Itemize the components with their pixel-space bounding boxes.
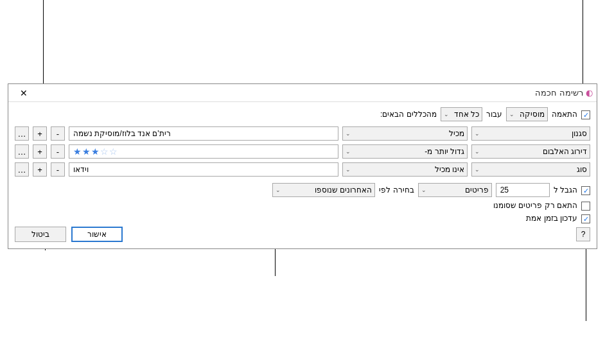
more-rule-button[interactable]: … [15, 126, 29, 141]
chevron-down-icon: ⌄ [346, 166, 351, 173]
limit-label: הגבל ל [554, 186, 577, 195]
help-icon: ? [581, 230, 586, 239]
match-checkbox[interactable] [581, 110, 590, 119]
remove-rule-button[interactable]: - [51, 126, 65, 141]
selected-by-label: בחירה לפי [379, 186, 414, 195]
chevron-down-icon: ⌄ [475, 166, 480, 173]
match-mode-select[interactable]: כל אחד ⌄ [441, 107, 482, 121]
match-label: התאמה [552, 110, 577, 119]
chevron-down-icon: ⌄ [509, 111, 514, 117]
chevron-down-icon: ⌄ [475, 130, 480, 137]
rule-operator-select[interactable]: מכיל⌄ [342, 126, 468, 141]
chevron-down-icon: ⌄ [346, 148, 351, 155]
rule-field-select[interactable]: סוג⌄ [471, 162, 590, 177]
for-label: עבור [486, 110, 502, 119]
source-select-value: מוסיקה [520, 110, 545, 119]
rule-operator-select[interactable]: גדול יותר מ-⌄ [342, 144, 468, 159]
rule-row: סגנון⌄מכיל⌄רית'ם אנד בלוז/מוסיקת נשמה-+… [15, 126, 590, 141]
selected-by-value: האחרונים שנוספו [315, 186, 372, 195]
limit-checkbox[interactable] [581, 186, 590, 195]
titlebar: ◐ רשימה חכמה ✕ [8, 84, 597, 102]
ok-button-label: אישור [87, 230, 107, 239]
rule-row: דירוג האלבום⌄גדול יותר מ-⌄★★★☆☆-+… [15, 144, 590, 159]
rule-field-value: דירוג האלבום [543, 147, 587, 156]
match-checked-only-label: התאם רק פריטים שסומנו [493, 201, 577, 210]
remove-rule-button[interactable]: - [51, 144, 65, 159]
add-rule-button[interactable]: + [33, 144, 47, 159]
cancel-button-label: ביטול [31, 230, 49, 239]
callout-line [586, 238, 586, 321]
match-mode-value: כל אחד [454, 110, 479, 119]
remove-rule-button[interactable]: - [51, 162, 65, 177]
rule-operator-value: גדול יותר מ- [425, 147, 464, 156]
add-rule-button[interactable]: + [33, 126, 47, 141]
bottom-bar: ? אישור ביטול [15, 227, 590, 242]
live-update-checkbox[interactable] [581, 214, 590, 223]
limit-row: הגבל ל 25 פריטים ⌄ בחירה לפי האחרונים שנ… [15, 183, 590, 197]
rule-value-stars[interactable]: ★★★☆☆ [69, 144, 338, 159]
rule-value-input[interactable]: רית'ם אנד בלוז/מוסיקת נשמה [69, 126, 338, 141]
cancel-button[interactable]: ביטול [15, 227, 66, 242]
rules-list: סגנון⌄מכיל⌄רית'ם אנד בלוז/מוסיקת נשמה-+…… [15, 126, 590, 177]
help-button[interactable]: ? [576, 227, 590, 241]
limit-count-input[interactable]: 25 [496, 183, 550, 197]
playlist-icon: ◐ [586, 88, 593, 98]
limit-unit-value: פריטים [465, 186, 489, 195]
more-rule-button[interactable]: … [15, 162, 29, 177]
smart-playlist-dialog: ◐ רשימה חכמה ✕ התאמה מוסיקה ⌄ עבור כל אח… [8, 83, 597, 249]
rule-value-text: וידאו [73, 165, 89, 174]
live-update-label: עדכון בזמן אמת [526, 214, 577, 223]
close-icon: ✕ [20, 88, 28, 98]
rule-value-input[interactable]: וידאו [69, 162, 338, 177]
rule-field-value: סגנון [572, 129, 587, 138]
chevron-down-icon: ⌄ [421, 187, 426, 193]
rules-suffix: מהכללים הבאים: [380, 110, 437, 119]
match-row: התאמה מוסיקה ⌄ עבור כל אחד ⌄ מהכללים הבא… [15, 107, 590, 121]
add-rule-button[interactable]: + [33, 162, 47, 177]
star-rating: ★★★☆☆ [73, 146, 118, 157]
chevron-down-icon: ⌄ [346, 130, 351, 137]
rule-row: סוג⌄אינו מכיל⌄וידאו-+… [15, 162, 590, 177]
match-checked-only-checkbox[interactable] [581, 202, 590, 211]
rule-field-select[interactable]: סגנון⌄ [471, 126, 590, 141]
chevron-down-icon: ⌄ [475, 148, 480, 155]
ok-button[interactable]: אישור [71, 227, 123, 242]
chevron-down-icon: ⌄ [276, 187, 281, 193]
match-checked-row: התאם רק פריטים שסומנו [15, 201, 590, 210]
rule-value-text: רית'ם אנד בלוז/מוסיקת נשמה [73, 129, 171, 138]
close-button[interactable]: ✕ [11, 85, 37, 101]
dialog-title: רשימה חכמה [535, 88, 583, 98]
chevron-down-icon: ⌄ [444, 111, 449, 117]
rule-operator-select[interactable]: אינו מכיל⌄ [342, 162, 468, 177]
rule-operator-value: מכיל [449, 129, 464, 138]
selected-by-select[interactable]: האחרונים שנוספו ⌄ [272, 183, 375, 197]
rule-field-value: סוג [577, 165, 587, 174]
rule-operator-value: אינו מכיל [435, 165, 464, 174]
more-rule-button[interactable]: … [15, 144, 29, 159]
live-update-row: עדכון בזמן אמת [15, 214, 590, 223]
rule-field-select[interactable]: דירוג האלבום⌄ [471, 144, 590, 159]
source-select[interactable]: מוסיקה ⌄ [506, 107, 548, 121]
limit-unit-select[interactable]: פריטים ⌄ [418, 183, 492, 197]
limit-count-value: 25 [500, 186, 509, 195]
